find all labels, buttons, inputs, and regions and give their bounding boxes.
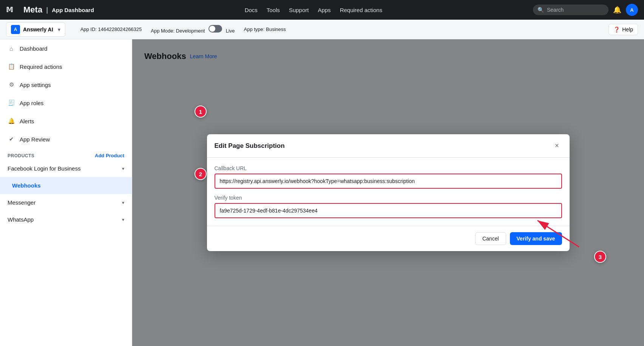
verify-save-button[interactable]: Verify and save	[510, 232, 562, 245]
sidebar-whatsapp-label: WhatsApp	[8, 216, 34, 223]
app-selector[interactable]: A Answerly AI ▾	[6, 22, 65, 37]
layout: ⌂ Dashboard 📋 Required actions ⚙ App set…	[0, 39, 644, 346]
review-icon: ✔	[8, 135, 15, 143]
top-nav: 𝕄 Meta | App Dashboard Docs Tools Suppor…	[0, 0, 644, 20]
roles-icon: 🧾	[8, 99, 15, 107]
whatsapp-chevron-icon: ▾	[122, 217, 124, 222]
sidebar-messenger-label: Messenger	[8, 199, 36, 206]
annotation-1: 1	[195, 106, 207, 118]
nav-tools[interactable]: Tools	[267, 7, 280, 13]
annotation-3: 3	[594, 251, 606, 263]
modal-title: Edit Page Subscription	[215, 142, 285, 150]
app-icon: A	[11, 25, 20, 34]
sidebar-app-settings-label: App settings	[20, 82, 51, 88]
sidebar-item-facebook-login[interactable]: Facebook Login for Business ▾	[0, 160, 132, 177]
verify-token-label: Verify token	[215, 195, 562, 201]
annotation-3-container: 3	[594, 251, 606, 263]
settings-icon: ⚙	[8, 81, 15, 88]
app-dashboard-label: App Dashboard	[52, 7, 94, 13]
alerts-icon: 🔔	[8, 117, 15, 125]
notification-bell[interactable]: 🔔	[613, 6, 621, 14]
sidebar: ⌂ Dashboard 📋 Required actions ⚙ App set…	[0, 39, 132, 346]
help-icon: ❓	[613, 26, 620, 33]
sidebar-item-webhooks[interactable]: Webhooks	[0, 177, 132, 194]
search-input[interactable]	[547, 7, 604, 13]
sidebar-products-section: Products Add Product	[0, 148, 132, 160]
sidebar-item-alerts[interactable]: 🔔 Alerts	[0, 112, 132, 130]
modal-overlay: 1 2 Edit Page Subscription × Callback UR…	[132, 39, 644, 346]
app-type: App type: Business	[244, 26, 286, 32]
svg-text:𝕄: 𝕄	[6, 6, 13, 14]
sidebar-facebook-login-label: Facebook Login for Business	[8, 165, 80, 172]
sidebar-app-roles-label: App roles	[20, 100, 43, 106]
facebook-login-chevron-icon: ▾	[122, 166, 124, 171]
sidebar-item-app-review[interactable]: ✔ App Review	[0, 130, 132, 148]
nav-apps[interactable]: Apps	[318, 7, 330, 13]
annotation-2: 2	[195, 168, 207, 180]
app-mode: App Mode: Development Live	[151, 25, 235, 34]
nav-support[interactable]: Support	[289, 7, 309, 13]
modal-close-button[interactable]: ×	[552, 140, 562, 151]
callback-url-label: Callback URL	[215, 165, 562, 171]
verify-token-input[interactable]	[215, 203, 562, 218]
sidebar-dashboard-label: Dashboard	[20, 45, 47, 52]
app-info: App ID: 1464228024266325 App Mode: Devel…	[80, 25, 600, 34]
nav-required-actions[interactable]: Required actions	[340, 7, 383, 13]
callback-url-field-group: Callback URL	[215, 165, 562, 189]
nav-docs[interactable]: Docs	[245, 7, 258, 13]
sidebar-item-whatsapp[interactable]: WhatsApp ▾	[0, 211, 132, 228]
sidebar-item-app-roles[interactable]: 🧾 App roles	[0, 94, 132, 112]
meta-logo: 𝕄 Meta | App Dashboard	[6, 5, 94, 15]
search-bar: 🔍	[533, 5, 608, 15]
app-name: Answerly AI	[23, 26, 53, 33]
app-id: App ID: 1464228024266325	[80, 26, 142, 32]
app-selector-chevron: ▾	[58, 26, 60, 33]
sidebar-alerts-label: Alerts	[20, 118, 34, 124]
main-content-area: Webhooks Learn More 1 2 Edit Page Subscr…	[132, 39, 644, 346]
messenger-chevron-icon: ▾	[122, 200, 124, 205]
secondary-nav: A Answerly AI ▾ App ID: 1464228024266325…	[0, 20, 644, 39]
sidebar-item-messenger[interactable]: Messenger ▾	[0, 194, 132, 211]
sidebar-app-review-label: App Review	[20, 136, 50, 143]
add-product-link[interactable]: Add Product	[95, 153, 124, 158]
modal-body: Callback URL Verify token	[207, 158, 570, 226]
avatar[interactable]: A	[626, 4, 638, 16]
sidebar-item-required-actions[interactable]: 📋 Required actions	[0, 57, 132, 76]
home-icon: ⌂	[8, 45, 15, 52]
sidebar-required-actions-label: Required actions	[20, 64, 62, 70]
help-button[interactable]: ❓ Help	[608, 24, 638, 35]
required-actions-icon: 📋	[8, 63, 15, 70]
meta-wordmark: Meta	[23, 5, 42, 15]
top-nav-right: 🔍 🔔 A	[533, 4, 638, 16]
cancel-button[interactable]: Cancel	[475, 232, 506, 245]
search-icon: 🔍	[537, 7, 544, 13]
verify-token-field-group: Verify token	[215, 195, 562, 218]
edit-subscription-modal: Edit Page Subscription × Callback URL Ve…	[207, 134, 570, 251]
sidebar-item-app-settings[interactable]: ⚙ App settings	[0, 76, 132, 94]
sidebar-webhooks-label: Webhooks	[12, 182, 41, 189]
sidebar-item-dashboard[interactable]: ⌂ Dashboard	[0, 39, 132, 57]
top-nav-links: Docs Tools Support Apps Required actions	[103, 7, 524, 13]
modal-footer: Cancel Verify and save	[207, 226, 570, 251]
modal-header: Edit Page Subscription ×	[207, 134, 570, 158]
callback-url-input[interactable]	[215, 174, 562, 189]
app-mode-toggle[interactable]	[208, 25, 222, 33]
